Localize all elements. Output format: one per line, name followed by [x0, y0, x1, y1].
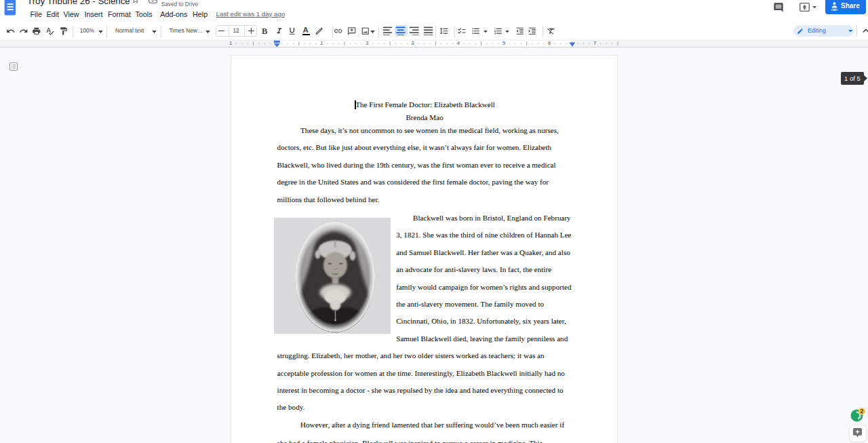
svg-text:6: 6	[548, 40, 551, 46]
svg-text:2: 2	[860, 408, 863, 415]
svg-text:7: 7	[593, 40, 596, 46]
svg-text:2: 2	[366, 40, 368, 46]
svg-text:1: 1	[229, 40, 232, 46]
svg-text:3: 3	[412, 40, 414, 46]
svg-text:1: 1	[320, 40, 323, 46]
svg-text:5: 5	[502, 40, 505, 46]
